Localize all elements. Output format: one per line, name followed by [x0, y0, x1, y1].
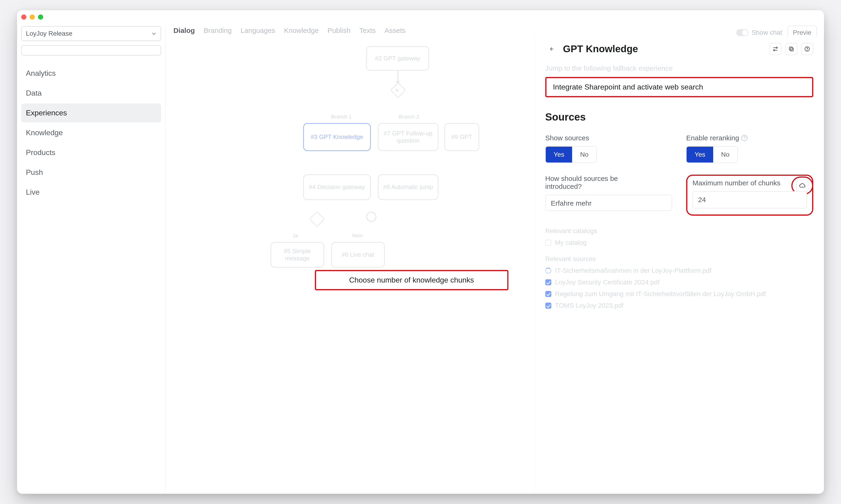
sidebar-item-analytics[interactable]: Analytics [21, 64, 161, 83]
sources-intro-label: How should sources be introduced? [545, 175, 622, 191]
source-doc-1[interactable]: IT-Sicherheitsmaßnahmen in der LoyJoy-Pl… [555, 267, 712, 274]
loading-icon [545, 268, 551, 274]
node-simple-message[interactable]: #5 Simple message [270, 242, 324, 268]
source-doc-2[interactable]: LoyJoy Security Certificate 2024.pdf [555, 278, 660, 286]
sidebar-item-experiences[interactable]: Experiences [21, 104, 161, 122]
help-icon[interactable]: ? [741, 135, 748, 141]
sources-heading: Sources [545, 111, 813, 123]
close-icon: × [395, 87, 399, 94]
tab-branding[interactable]: Branding [204, 26, 232, 35]
tenant-select[interactable]: LoyJoy Release [21, 26, 161, 41]
branch2-label: Branch 2 [399, 114, 419, 120]
show-chat-label: Show chat [752, 29, 782, 36]
branch-ja-label: Ja [293, 233, 298, 239]
show-sources-label: Show sources [545, 134, 672, 142]
node-live-chat[interactable]: #6 Live chat [331, 242, 385, 268]
checked-icon[interactable] [545, 291, 551, 297]
svg-rect-3 [789, 47, 792, 50]
copy-icon[interactable] [785, 43, 798, 55]
tab-dialog[interactable]: Dialog [174, 26, 195, 35]
enable-reranking-field: Enable reranking ? Yes No [686, 134, 813, 163]
collapse-panel-icon[interactable] [545, 43, 557, 55]
sidebar-search-input[interactable] [21, 45, 161, 55]
tab-publish[interactable]: Publish [328, 26, 350, 35]
sidebar-item-products[interactable]: Products [21, 143, 161, 162]
node-gpt-followup[interactable]: #7 GPT Follow-up question [378, 123, 438, 151]
source-doc-3[interactable]: Regelung zum Umgang mit IT-Sicherheitsvo… [555, 290, 766, 298]
decision-diamond-icon [309, 211, 325, 227]
main-area: Dialog Branding Languages Knowledge Publ… [165, 23, 824, 494]
sidebar-item-live[interactable]: Live [21, 183, 161, 202]
tab-texts[interactable]: Texts [360, 26, 376, 35]
node-gpt-gateway[interactable]: #2 GPT gateway [366, 46, 429, 71]
fallback-experience-select[interactable]: Integrate Sharepoint and activate web se… [545, 77, 813, 97]
node-gpt-knowledge[interactable]: #3 GPT Knowledge [303, 123, 371, 151]
sidebar-item-data[interactable]: Data [21, 84, 161, 103]
help-icon[interactable] [801, 43, 813, 55]
tab-assets[interactable]: Assets [385, 26, 406, 35]
end-circle-icon [366, 212, 376, 222]
tab-knowledge[interactable]: Knowledge [284, 26, 319, 35]
window-frame: LoyJoy Release Analytics Data Experience… [17, 10, 824, 494]
show-chat-toggle[interactable]: Show chat [736, 29, 782, 36]
sidebar-item-knowledge[interactable]: Knowledge [21, 123, 161, 142]
tab-languages[interactable]: Languages [241, 26, 275, 35]
sidebar-item-push[interactable]: Push [21, 163, 161, 182]
node-decision-gateway[interactable]: #4 Decision gateway [303, 174, 371, 200]
properties-panel: GPT Knowledge [534, 37, 824, 494]
relevant-sources-heading: Relevant sources [545, 255, 813, 263]
sources-intro-field: How should sources be introduced? [545, 175, 672, 216]
checked-icon[interactable] [545, 303, 551, 309]
max-chunks-input[interactable] [693, 191, 807, 209]
sidebar-nav: Analytics Data Experiences Knowledge Pro… [21, 64, 161, 202]
checkbox-icon[interactable] [545, 240, 551, 246]
annotation-callout-chunks: Choose number of knowledge chunks [315, 270, 508, 290]
panel-title: GPT Knowledge [563, 43, 638, 55]
branch-nein-label: Nein [352, 233, 363, 239]
sources-intro-input[interactable] [545, 195, 672, 211]
show-sources-no[interactable]: No [572, 147, 596, 162]
svg-rect-2 [790, 48, 793, 51]
toggle-icon [736, 29, 749, 36]
svg-point-0 [776, 47, 777, 48]
reranking-yes[interactable]: Yes [687, 147, 713, 162]
my-catalog-item[interactable]: My catalog [555, 239, 586, 247]
node-gpt-9[interactable]: #9 GPT [444, 123, 479, 151]
show-sources-toggle[interactable]: Yes No [545, 146, 597, 163]
show-sources-yes[interactable]: Yes [546, 147, 572, 162]
reranking-no[interactable]: No [713, 147, 737, 162]
max-chunks-label: Maximum number of chunks [693, 179, 807, 187]
branch1-label: Branch 1 [331, 114, 352, 120]
top-tabs: Dialog Branding Languages Knowledge Publ… [173, 23, 817, 35]
fallback-value: Integrate Sharepoint and activate web se… [553, 83, 703, 91]
chevron-down-icon [151, 31, 157, 36]
relevant-catalogs-heading: Relevant catalogs [545, 227, 813, 235]
enable-reranking-toggle[interactable]: Yes No [686, 146, 738, 163]
node-automatic-jump[interactable]: #8 Automatic jump [378, 174, 438, 200]
faded-extra-list: Relevant catalogs My catalog Relevant so… [545, 227, 813, 309]
source-doc-4[interactable]: TOMS LoyJoy 2023.pdf [555, 302, 624, 309]
settings-icon[interactable] [769, 43, 782, 55]
sidebar: LoyJoy Release Analytics Data Experience… [17, 23, 165, 494]
svg-point-1 [774, 50, 775, 51]
gateway-diamond-icon [390, 82, 406, 98]
fallback-label: Jump to the following fallback experienc… [545, 64, 813, 72]
enable-reranking-label: Enable reranking [686, 134, 739, 142]
checked-icon[interactable] [545, 279, 551, 285]
tenant-select-value: LoyJoy Release [26, 30, 72, 37]
annotation-max-chunks: Maximum number of chunks [686, 175, 813, 216]
show-sources-field: Show sources Yes No [545, 134, 672, 163]
